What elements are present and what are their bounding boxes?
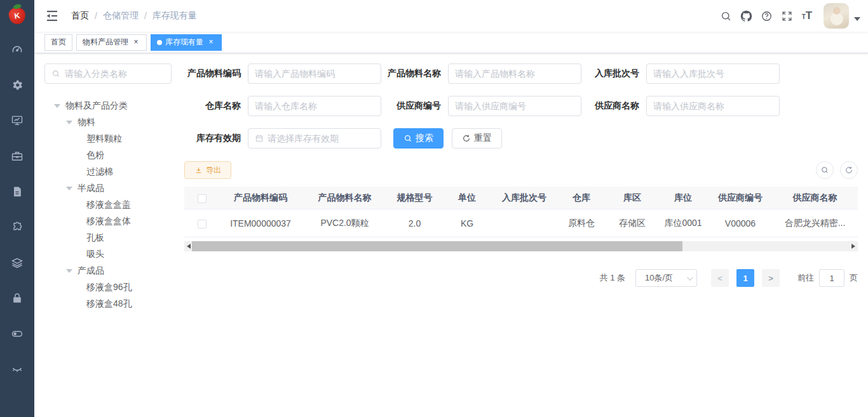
pagination: 共 1 条 10条/页 < 1 > 前往 页 bbox=[184, 269, 858, 287]
page-number-button[interactable]: 1 bbox=[736, 269, 754, 287]
caret-down-icon[interactable] bbox=[854, 17, 860, 21]
column-header-供应商编号: 供应商编号 bbox=[709, 192, 772, 204]
category-search-input[interactable] bbox=[65, 69, 165, 79]
cell-产品物料编码: ITEM00000037 bbox=[219, 218, 302, 228]
breadcrumb-item: 仓储管理 bbox=[103, 10, 139, 22]
zoom-icon-button[interactable] bbox=[816, 161, 834, 179]
tab-物料产品管理[interactable]: 物料产品管理× bbox=[76, 34, 147, 51]
tree-node-label: 半成品 bbox=[78, 183, 104, 194]
monitor-chart-icon[interactable] bbox=[0, 103, 34, 138]
pagination-goto: 前往 页 bbox=[797, 269, 858, 287]
caret-down-icon[interactable] bbox=[66, 121, 72, 124]
form-field-仓库名称: 仓库名称 bbox=[184, 96, 384, 116]
tab-label: 物料产品管理 bbox=[83, 37, 128, 48]
tree-node-吸头[interactable]: 吸头 bbox=[44, 246, 172, 263]
tree-node-孔板[interactable]: 孔板 bbox=[44, 230, 172, 246]
tree-node-色粉[interactable]: 色粉 bbox=[44, 147, 172, 164]
toggle-icon[interactable] bbox=[0, 316, 34, 352]
tree-node-物料及产品分类[interactable]: 物料及产品分类 bbox=[44, 98, 172, 114]
sidebar-menu bbox=[0, 32, 34, 387]
layers-icon[interactable] bbox=[0, 245, 34, 281]
question-icon[interactable] bbox=[756, 6, 776, 26]
form-field-入库批次号: 入库批次号 bbox=[583, 63, 792, 84]
text-input-供应商名称[interactable] bbox=[653, 101, 773, 111]
app-logo: K bbox=[0, 0, 34, 32]
close-icon[interactable]: × bbox=[132, 38, 140, 47]
column-header-仓库: 仓库 bbox=[556, 192, 607, 204]
text-input-仓库名称[interactable] bbox=[255, 101, 374, 111]
briefcase-icon[interactable] bbox=[0, 138, 34, 174]
tree-node-过滤棉[interactable]: 过滤棉 bbox=[44, 164, 172, 180]
cell-库区: 存储区 bbox=[607, 218, 658, 229]
tree-node-半成品[interactable]: 半成品 bbox=[44, 180, 172, 197]
scroll-left-arrow-icon[interactable] bbox=[187, 244, 191, 249]
search-button-label: 搜索 bbox=[416, 133, 433, 144]
tree-node-移液盒96孔[interactable]: 移液盒96孔 bbox=[44, 279, 172, 296]
tree-node-label: 色粉 bbox=[86, 150, 104, 161]
document-icon[interactable] bbox=[0, 174, 34, 209]
scrollbar-thumb[interactable] bbox=[192, 241, 682, 251]
export-button[interactable]: 导出 bbox=[184, 161, 231, 179]
goto-page-input[interactable] bbox=[819, 269, 844, 287]
column-header-规格型号: 规格型号 bbox=[388, 192, 442, 204]
tree-node-物料[interactable]: 物料 bbox=[44, 114, 172, 131]
column-header-产品物料名称: 产品物料名称 bbox=[302, 192, 388, 204]
search-button[interactable]: 搜索 bbox=[393, 128, 444, 149]
dashboard-icon[interactable] bbox=[0, 32, 34, 67]
field-label: 供应商名称 bbox=[583, 100, 646, 112]
row-checkbox[interactable] bbox=[198, 220, 207, 228]
reset-button[interactable]: 重置 bbox=[452, 128, 502, 149]
column-header-供应商名称: 供应商名称 bbox=[772, 192, 858, 204]
gear-icon[interactable] bbox=[0, 67, 34, 103]
tree-node-移液盒48孔[interactable]: 移液盒48孔 bbox=[44, 296, 172, 312]
text-input-产品物料编码[interactable] bbox=[255, 69, 374, 79]
form-field-产品物料名称: 产品物料名称 bbox=[384, 63, 583, 84]
form-field-供应商编号: 供应商编号 bbox=[384, 96, 583, 116]
caret-down-icon[interactable] bbox=[66, 187, 72, 190]
scroll-right-arrow-icon[interactable] bbox=[851, 244, 855, 249]
tree-node-移液盒盒盖[interactable]: 移液盒盒盖 bbox=[44, 197, 172, 213]
cell-产品物料名称: PVC2.0颗粒 bbox=[302, 218, 388, 229]
column-header-库位: 库位 bbox=[658, 192, 709, 204]
page-size-select[interactable]: 10条/页 bbox=[635, 269, 697, 287]
font-size-icon[interactable]: TT bbox=[797, 6, 817, 26]
prev-page-button[interactable]: < bbox=[711, 269, 729, 287]
github-icon[interactable] bbox=[736, 6, 756, 26]
collapse-menu-icon[interactable] bbox=[44, 8, 60, 23]
tree-node-label: 孔板 bbox=[86, 232, 104, 244]
tree-node-塑料颗粒[interactable]: 塑料颗粒 bbox=[44, 131, 172, 147]
lock-icon[interactable] bbox=[0, 281, 34, 316]
field-label: 入库批次号 bbox=[583, 68, 646, 79]
puzzle-icon[interactable] bbox=[0, 209, 34, 245]
breadcrumb-item[interactable]: 首页 bbox=[71, 10, 89, 22]
caret-down-icon[interactable] bbox=[66, 269, 72, 273]
search-icon bbox=[51, 69, 60, 78]
main-content: 物料及产品分类物料塑料颗粒色粉过滤棉半成品移液盒盒盖移液盒盒体孔板吸头产成品移液… bbox=[34, 53, 868, 322]
inventory-table: 产品物料编码产品物料名称规格型号单位入库批次号仓库库区库位供应商编号供应商名称 … bbox=[184, 187, 858, 237]
next-page-button[interactable]: > bbox=[762, 269, 780, 287]
tree-node-label: 移液盒盒体 bbox=[86, 216, 131, 227]
text-input-供应商编号[interactable] bbox=[455, 101, 574, 111]
refresh-icon bbox=[462, 134, 471, 143]
eye-closed-icon[interactable] bbox=[0, 352, 34, 387]
form-buttons: 搜索 重置 bbox=[384, 128, 583, 149]
refresh-icon-button[interactable] bbox=[840, 161, 858, 179]
text-input-入库批次号[interactable] bbox=[653, 69, 773, 79]
user-avatar[interactable] bbox=[824, 3, 849, 29]
caret-down-icon[interactable] bbox=[54, 104, 60, 108]
tree-node-产成品[interactable]: 产成品 bbox=[44, 263, 172, 279]
tab-库存现有量[interactable]: 库存现有量× bbox=[151, 34, 222, 51]
text-input-产品物料名称[interactable] bbox=[455, 69, 574, 79]
fullscreen-icon[interactable] bbox=[776, 6, 797, 26]
input-wrap bbox=[646, 96, 780, 116]
search-icon[interactable] bbox=[715, 6, 736, 26]
close-icon[interactable]: × bbox=[207, 38, 215, 47]
cell-库位: 库位0001 bbox=[658, 218, 709, 229]
input-wrap bbox=[646, 63, 780, 84]
tree-node-移液盒盒体[interactable]: 移液盒盒体 bbox=[44, 213, 172, 230]
cell-单位: KG bbox=[442, 218, 492, 228]
date-input-库存有效期[interactable] bbox=[268, 133, 374, 143]
select-all-checkbox[interactable] bbox=[198, 194, 207, 203]
tree-node-label: 移液盒96孔 bbox=[86, 282, 132, 293]
tab-首页[interactable]: 首页 bbox=[44, 34, 72, 51]
